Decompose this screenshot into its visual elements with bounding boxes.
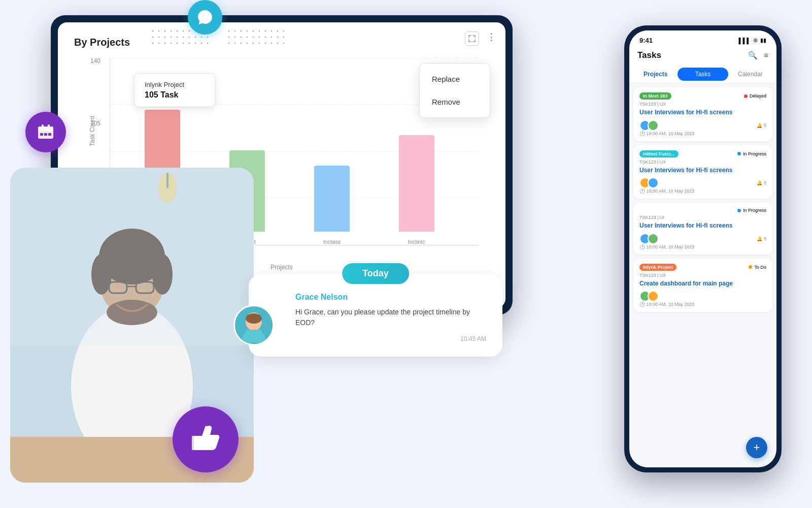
phone-status-icons: ▌▌▌ ⊛ ▮▮ (739, 37, 766, 44)
phone-header-actions: 🔍 ≡ (748, 51, 768, 60)
grace-avatar-image (236, 307, 272, 343)
svg-rect-6 (48, 133, 51, 136)
task-title-4: Create dashboard for main page (639, 280, 766, 288)
task-card-4-header: Inlynk Project To Do (639, 264, 766, 271)
svg-rect-5 (44, 133, 47, 136)
today-card: Today Grace Nelson Hi Grace, can you ple… (249, 274, 502, 357)
avatar-1b (648, 120, 659, 131)
message-time: 10:45 AM (295, 335, 486, 342)
avatar-3b (648, 233, 659, 244)
status-dot-3 (737, 209, 741, 212)
bar-inclass: Inclass (314, 166, 350, 245)
task-status-3: In Progress (737, 208, 766, 213)
chart-x-label: Projects (270, 264, 292, 271)
task-title-2: User Interviews for Hi-fi screens (639, 167, 766, 175)
context-menu-replace[interactable]: Replace (420, 68, 490, 90)
avatar-2b (648, 177, 659, 188)
tab-calendar[interactable]: Calendar (729, 66, 771, 83)
svg-rect-22 (192, 436, 196, 450)
phone-header: Tasks 🔍 ≡ (629, 46, 776, 66)
phone-header-title: Tasks (637, 50, 661, 60)
expand-button[interactable] (465, 31, 479, 46)
battery-icon: ▮▮ (760, 37, 766, 44)
phone-task-list: In Meet 360 Delayed TSK123 | UX User Int… (629, 83, 776, 454)
decorative-dots-right (226, 28, 287, 48)
tooltip-task-count: 105 Task (145, 90, 205, 100)
svg-point-27 (246, 313, 262, 324)
task-meta-2: TSK123 | UX (639, 160, 766, 165)
svg-rect-2 (42, 124, 44, 129)
bar-label-inclass: Inclass (323, 239, 341, 245)
svg-rect-26 (246, 330, 262, 343)
phone-screen: 9:41 ▌▌▌ ⊛ ▮▮ Tasks 🔍 ≡ Projects Tasks (629, 30, 776, 467)
task-meta-3: TSK123 | UI (639, 215, 766, 220)
task-card-2-header: InMeet Fusio... In Progress (639, 150, 766, 157)
bar-inclinic: Inclinic (399, 135, 434, 245)
task-footer-2: 🔔 5 (639, 177, 766, 188)
scene: By Projects ⋮ 140 105 70 (0, 0, 812, 508)
chat-bubble-icon (188, 0, 222, 35)
task-title-3: User Interviews for Hi-fi screens (639, 222, 766, 230)
task-card-1: In Meet 360 Delayed TSK123 | UX User Int… (633, 87, 772, 141)
y-label-140: 140 (90, 57, 100, 65)
task-card-3: In Progress TSK123 | UI User Interviews … (633, 203, 772, 255)
task-time-1: 🕐 10:00 AM, 10 May 2023 (639, 131, 766, 136)
tab-tasks[interactable]: Tasks (678, 68, 728, 81)
task-title-1: User Interviews for Hi-fi screens (639, 109, 766, 117)
thumbs-up-badge (173, 406, 239, 472)
more-options-button[interactable]: ⋮ (487, 31, 496, 43)
context-menu-remove[interactable]: Remove (420, 90, 490, 113)
tab-projects[interactable]: Projects (634, 66, 676, 83)
task-card-1-header: In Meet 360 Delayed (639, 92, 766, 100)
message-content: Grace Nelson Hi Grace, can you please up… (295, 293, 486, 342)
task-status-2: In Progress (737, 151, 766, 156)
task-card-4: Inlynk Project To Do TSK123 | UX Create … (633, 259, 772, 312)
today-badge: Today (342, 263, 409, 284)
status-dot-2 (737, 152, 741, 155)
task-footer-4 (639, 291, 766, 302)
phone-search-icon[interactable]: 🔍 (748, 51, 758, 60)
task-footer-3: 🔔 5 (639, 233, 766, 244)
chart-y-axis-label: Task Count (89, 116, 96, 146)
status-dot-1 (744, 94, 748, 98)
bar-inclinic-rect (399, 135, 434, 232)
task-avatars-3 (639, 233, 656, 244)
task-tag-1: In Meet 360 (639, 92, 671, 100)
task-time-2: 🕐 10:00 AM, 10 May 2023 (639, 188, 766, 194)
task-footer-1: 🔔 5 (639, 120, 766, 131)
context-menu: Replace Remove (419, 63, 490, 118)
avatar-4b (648, 291, 659, 302)
task-status-4: To Do (749, 265, 766, 270)
phone-status-bar: 9:41 ▌▌▌ ⊛ ▮▮ (629, 30, 776, 46)
phone-menu-icon[interactable]: ≡ (764, 51, 768, 60)
svg-rect-1 (38, 126, 53, 131)
task-tag-2: InMeet Fusio... (639, 150, 679, 157)
message-avatar (233, 305, 274, 345)
task-meta-1: TSK123 | UX (639, 102, 766, 107)
message-text: Hi Grace, can you please update the proj… (295, 307, 486, 328)
task-comments-3: 🔔 5 (757, 236, 766, 241)
task-status-1: Delayed (744, 93, 766, 99)
svg-rect-4 (40, 133, 43, 136)
phone-tabs: Projects Tasks Calendar (629, 66, 776, 83)
task-meta-4: TSK123 | UX (639, 273, 766, 278)
task-card-2: InMeet Fusio... In Progress TSK123 | UX … (633, 145, 772, 199)
message-sender: Grace Nelson (295, 293, 486, 302)
status-dot-4 (749, 265, 752, 269)
bar-label-inclinic: Inclinic (408, 239, 425, 245)
phone-time: 9:41 (639, 37, 653, 44)
add-task-fab[interactable]: + (746, 437, 767, 458)
task-card-3-header: In Progress (639, 208, 766, 213)
tooltip-project-name: Inlynk Project (145, 81, 205, 88)
chart-tooltip: Inlynk Project 105 Task (134, 73, 215, 107)
task-avatars-2 (639, 177, 656, 188)
bar-inclass-rect (314, 166, 350, 232)
phone-frame: 9:41 ▌▌▌ ⊛ ▮▮ Tasks 🔍 ≡ Projects Tasks (624, 25, 782, 472)
task-time-4: 🕐 10:00 AM, 10 May 2023 (639, 302, 766, 307)
svg-rect-3 (48, 124, 50, 129)
signal-icon: ▌▌▌ (739, 38, 751, 44)
calendar-icon (25, 112, 66, 152)
task-comments-1: 🔔 5 (757, 123, 766, 128)
thumbs-up-icon (188, 422, 223, 457)
task-tag-4: Inlynk Project (639, 264, 676, 271)
